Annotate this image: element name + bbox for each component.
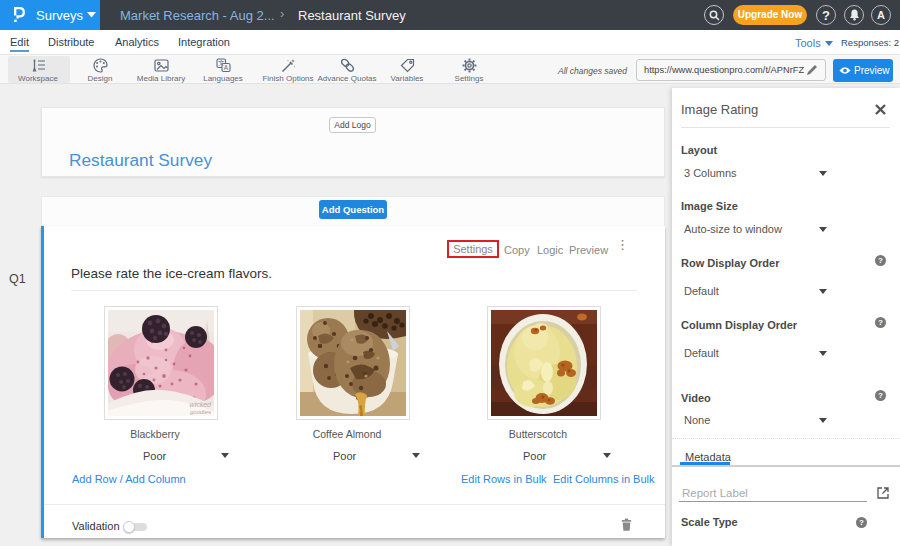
svg-text:A: A bbox=[224, 64, 229, 71]
svg-text:wicked: wicked bbox=[190, 401, 213, 408]
svg-text:goodies: goodies bbox=[190, 409, 211, 415]
